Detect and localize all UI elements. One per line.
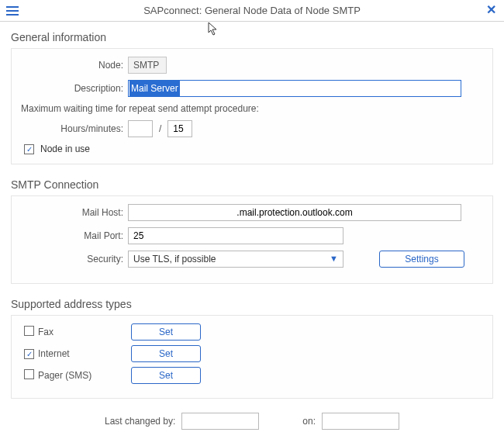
addr-row-pager: Pager (SMS) Set xyxy=(19,367,485,384)
description-label: Description: xyxy=(19,83,128,94)
security-value: Use TLS, if possible xyxy=(133,254,216,264)
description-value: Mail Server xyxy=(129,81,180,96)
fax-set-button[interactable]: Set xyxy=(131,323,201,341)
waiting-time-info: Maximum waiting time for repeat send att… xyxy=(21,103,485,114)
title-bar: SAPconnect: General Node Data of Node SM… xyxy=(0,0,504,22)
node-in-use-label: Node in use xyxy=(40,143,90,154)
security-select[interactable]: Use TLS, if possible ▼ xyxy=(128,251,343,268)
last-changed-on-input[interactable] xyxy=(322,413,399,430)
mail-port-label: Mail Port: xyxy=(19,230,128,241)
smtp-panel: Mail Host: Mail Port: Security: Use TLS,… xyxy=(11,195,493,284)
addr-row-fax: Fax Set xyxy=(19,323,485,341)
address-types-panel: Fax Set ✓ Internet Set Pager (SMS) Set xyxy=(11,315,493,399)
address-types-section-title: Supported address types xyxy=(11,298,493,310)
pager-checkbox[interactable] xyxy=(24,369,34,379)
description-input[interactable]: Mail Server xyxy=(128,80,461,97)
mail-host-label: Mail Host: xyxy=(19,207,128,218)
node-in-use-checkbox[interactable]: ✓ xyxy=(24,144,34,154)
addr-row-internet: ✓ Internet Set xyxy=(19,345,485,362)
mail-host-input[interactable] xyxy=(128,204,461,221)
fax-label: Fax xyxy=(38,327,123,337)
node-label: Node: xyxy=(19,60,128,71)
time-separator: / xyxy=(157,123,163,134)
last-changed-row: Last changed by: on: xyxy=(11,413,493,430)
fax-checkbox[interactable] xyxy=(24,326,34,336)
close-icon[interactable]: ✕ xyxy=(484,4,498,18)
last-changed-by-input[interactable] xyxy=(181,413,259,430)
menu-icon[interactable] xyxy=(6,4,20,18)
security-label: Security: xyxy=(19,254,128,264)
general-section-title: General information xyxy=(11,31,493,43)
hours-minutes-label: Hours/minutes: xyxy=(19,123,128,134)
last-changed-on-label: on: xyxy=(302,416,316,427)
general-panel: Node: SMTP Description: Mail Server Maxi… xyxy=(11,48,493,164)
internet-label: Internet xyxy=(38,348,123,359)
content-area: General information Node: SMTP Descripti… xyxy=(0,22,504,436)
node-value: SMTP xyxy=(128,57,167,74)
last-changed-by-label: Last changed by: xyxy=(105,416,175,427)
internet-checkbox[interactable]: ✓ xyxy=(24,349,34,359)
settings-button[interactable]: Settings xyxy=(379,251,464,268)
pager-set-button[interactable]: Set xyxy=(131,367,201,384)
mail-port-input[interactable] xyxy=(128,227,343,244)
hours-input[interactable] xyxy=(128,120,153,137)
internet-set-button[interactable]: Set xyxy=(131,345,201,362)
smtp-section-title: SMTP Connection xyxy=(11,178,493,191)
window-title: SAPconnect: General Node Data of Node SM… xyxy=(0,5,504,16)
chevron-down-icon: ▼ xyxy=(330,254,338,263)
pager-label: Pager (SMS) xyxy=(38,370,123,381)
minutes-input[interactable] xyxy=(167,120,192,137)
